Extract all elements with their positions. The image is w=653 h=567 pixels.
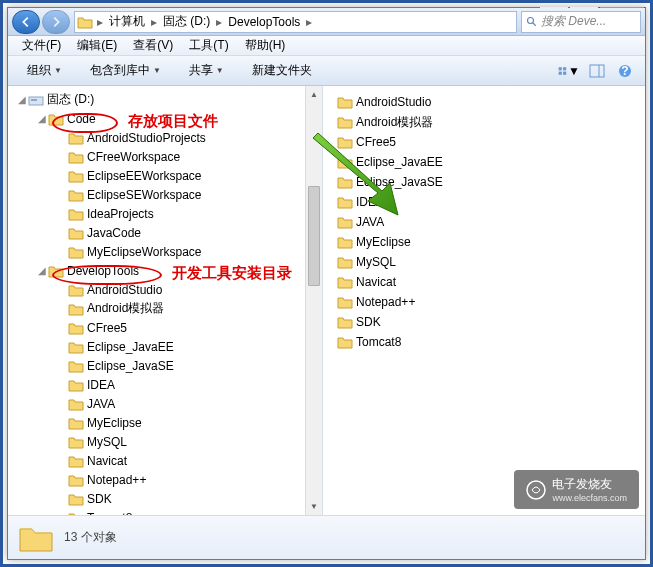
arrow-left-icon [19,15,33,29]
share-button[interactable]: 共享▼ [178,58,235,83]
tree-item[interactable]: EclipseEEWorkspace [12,166,322,185]
chevron-down-icon: ▼ [153,66,161,75]
svg-text:?: ? [621,64,628,78]
chevron-down-icon: ▼ [54,66,62,75]
view-options-button[interactable]: ▼ [557,60,581,82]
list-item[interactable]: Notepad++ [335,292,641,312]
tree-item[interactable]: IDEA [12,375,322,394]
scroll-up-button[interactable]: ▲ [306,86,322,103]
tree-code-folder[interactable]: ◢Code [12,109,322,128]
file-list[interactable]: AndroidStudioAndroid模拟器CFree5Eclipse_Jav… [323,86,645,515]
list-item[interactable]: IDEA [335,192,641,212]
tree-item[interactable]: Eclipse_JavaSE [12,356,322,375]
list-item[interactable]: Android模拟器 [335,112,641,132]
list-item[interactable]: MySQL [335,252,641,272]
menu-view[interactable]: 查看(V) [125,35,181,56]
tree-item[interactable]: Tomcat8 [12,508,322,515]
back-button[interactable] [12,10,40,34]
tree-item[interactable]: Android模拟器 [12,299,322,318]
svg-rect-6 [590,65,604,77]
folder-icon [77,15,93,29]
tree-item[interactable]: CFree5 [12,318,322,337]
svg-point-0 [528,17,534,23]
breadcrumb-drive[interactable]: 固态 (D:) [159,13,214,30]
preview-pane-button[interactable] [585,60,609,82]
folder-icon [18,523,54,553]
svg-rect-5 [563,71,566,74]
toolbar: 组织▼ 包含到库中▼ 共享▼ 新建文件夹 ▼ ? [8,56,645,86]
chevron-right-icon: ▸ [149,15,159,29]
search-placeholder: 搜索 Deve... [541,13,606,30]
chevron-right-icon: ▸ [214,15,224,29]
tree-item[interactable]: JavaCode [12,223,322,242]
forward-button[interactable] [42,10,70,34]
tree-item[interactable]: MyEclipseWorkspace [12,242,322,261]
help-icon: ? [618,64,632,78]
list-item[interactable]: Navicat [335,272,641,292]
svg-line-1 [533,22,536,25]
explorer-window: ─ □ ✕ ▸ 计算机 ▸ 固态 (D:) ▸ DevelopTools ▸ 搜… [7,7,646,560]
list-item[interactable]: Eclipse_JavaEE [335,152,641,172]
menubar: 文件(F) 编辑(E) 查看(V) 工具(T) 帮助(H) [8,36,645,56]
list-item[interactable]: CFree5 [335,132,641,152]
svg-rect-2 [559,67,562,70]
svg-rect-3 [563,67,566,70]
titlebar: ▸ 计算机 ▸ 固态 (D:) ▸ DevelopTools ▸ 搜索 Deve… [8,8,645,36]
pane-icon [589,64,605,78]
menu-help[interactable]: 帮助(H) [237,35,294,56]
list-item[interactable]: Tomcat8 [335,332,641,352]
content-area: ◢固态 (D:)◢CodeAndroidStudioProjectsCFreeW… [8,86,645,515]
breadcrumb[interactable]: ▸ 计算机 ▸ 固态 (D:) ▸ DevelopTools ▸ [74,11,517,33]
tree-item[interactable]: MySQL [12,432,322,451]
search-icon [526,16,538,28]
tree-item[interactable]: AndroidStudio [12,280,322,299]
tree-item[interactable]: CFreeWorkspace [12,147,322,166]
help-button[interactable]: ? [613,60,637,82]
navigation-tree[interactable]: ◢固态 (D:)◢CodeAndroidStudioProjectsCFreeW… [8,86,323,515]
list-item[interactable]: JAVA [335,212,641,232]
expander-icon[interactable]: ◢ [16,94,28,105]
status-text: 13 个对象 [64,529,117,546]
view-icon [558,64,568,78]
menu-tools[interactable]: 工具(T) [181,35,236,56]
search-input[interactable]: 搜索 Deve... [521,11,641,33]
chevron-down-icon: ▼ [568,64,580,78]
arrow-right-icon [49,15,63,29]
screenshot-border: ─ □ ✕ ▸ 计算机 ▸ 固态 (D:) ▸ DevelopTools ▸ 搜… [0,0,653,567]
list-item[interactable]: MyEclipse [335,232,641,252]
tree-item[interactable]: SDK [12,489,322,508]
list-item[interactable]: SDK [335,312,641,332]
menu-file[interactable]: 文件(F) [14,35,69,56]
tree-drive[interactable]: ◢固态 (D:) [12,90,322,109]
tree-item[interactable]: JAVA [12,394,322,413]
expander-icon[interactable]: ◢ [36,113,48,124]
organize-button[interactable]: 组织▼ [16,58,73,83]
tree-item[interactable]: Eclipse_JavaEE [12,337,322,356]
tree-devtools-folder[interactable]: ◢DevelopTools [12,261,322,280]
statusbar: 13 个对象 [8,515,645,559]
tree-item[interactable]: EclipseSEWorkspace [12,185,322,204]
tree-item[interactable]: Notepad++ [12,470,322,489]
scroll-down-button[interactable]: ▼ [306,498,322,515]
newfolder-button[interactable]: 新建文件夹 [241,58,323,83]
breadcrumb-folder[interactable]: DevelopTools [224,15,304,29]
list-item[interactable]: AndroidStudio [335,92,641,112]
tree-item[interactable]: AndroidStudioProjects [12,128,322,147]
chevron-right-icon: ▸ [304,15,314,29]
expander-icon[interactable]: ◢ [36,265,48,276]
breadcrumb-computer[interactable]: 计算机 [105,13,149,30]
nav-buttons [12,10,70,34]
tree-item[interactable]: Navicat [12,451,322,470]
list-item[interactable]: Eclipse_JavaSE [335,172,641,192]
tree-item[interactable]: IdeaProjects [12,204,322,223]
chevron-down-icon: ▼ [216,66,224,75]
tree-scrollbar[interactable]: ▲ ▼ [305,86,322,515]
chevron-right-icon: ▸ [95,15,105,29]
svg-rect-4 [559,71,562,74]
tree-item[interactable]: MyEclipse [12,413,322,432]
include-button[interactable]: 包含到库中▼ [79,58,172,83]
menu-edit[interactable]: 编辑(E) [69,35,125,56]
svg-rect-11 [31,99,37,101]
scroll-thumb[interactable] [308,186,320,286]
